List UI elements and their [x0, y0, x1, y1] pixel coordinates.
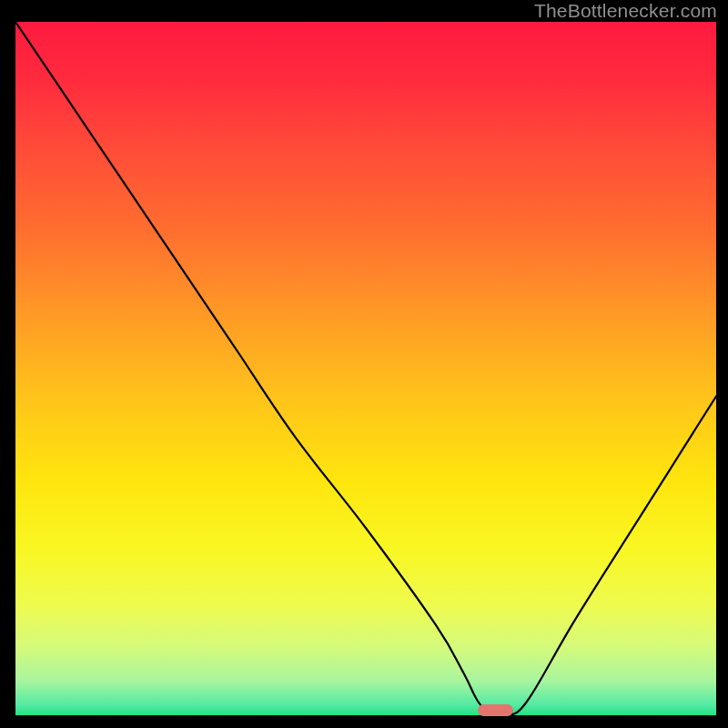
- chart-frame: TheBottlenecker.com: [0, 0, 728, 728]
- watermark-text: TheBottlenecker.com: [534, 0, 717, 22]
- bottleneck-curve: [15, 22, 716, 715]
- plot-area: [15, 22, 716, 715]
- optimal-range-marker: [478, 704, 513, 716]
